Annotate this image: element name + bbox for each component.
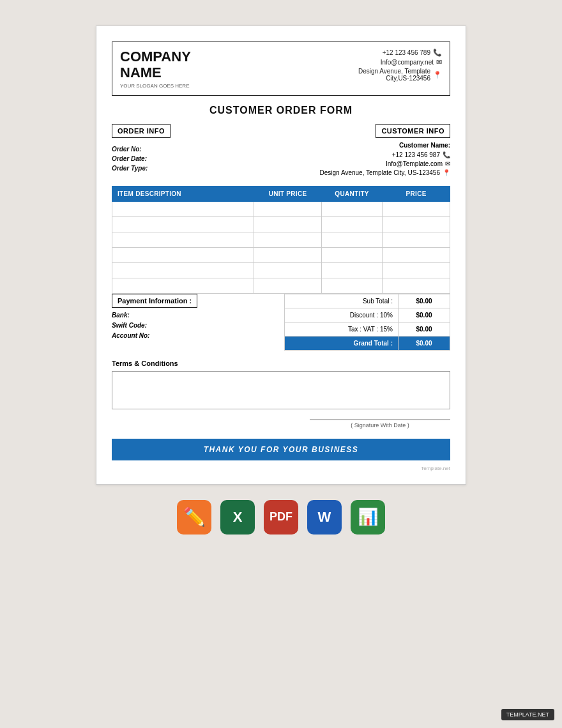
discount-label: Discount : 10% bbox=[285, 308, 399, 322]
form-title: CUSTOMER ORDER FORM bbox=[112, 105, 450, 116]
bank-label: Bank: bbox=[112, 312, 130, 319]
subtotal-label: Sub Total : bbox=[285, 294, 399, 308]
swift-label: Swift Code: bbox=[112, 322, 147, 329]
contact-info: +12 123 456 789 📞 Info@company.net ✉ Des… bbox=[358, 49, 442, 83]
phone-number: +12 123 456 789 bbox=[383, 49, 430, 56]
bottom-section: Payment Information : Bank: Swift Code: … bbox=[112, 294, 450, 351]
totals-section: Sub Total : $0.00 Discount : 10% $0.00 T… bbox=[284, 294, 450, 351]
bank-field: Bank: bbox=[112, 312, 278, 319]
address-line2: City,US-123456 bbox=[358, 75, 430, 82]
customer-info-header: CUSTOMER INFO bbox=[376, 124, 450, 138]
pdf-icon[interactable]: PDF bbox=[264, 500, 298, 535]
email-address: Info@company.net bbox=[381, 59, 434, 66]
order-info-section: ORDER INFO Order No: Order Date: Order T… bbox=[112, 124, 281, 178]
order-type-label: Order Type: bbox=[112, 165, 148, 172]
company-info: COMPANY NAME YOUR SLOGAN GOES HERE bbox=[120, 49, 191, 89]
order-no-field: Order No: bbox=[112, 146, 275, 153]
terms-title: Terms & Conditions bbox=[112, 360, 450, 367]
signature-label: ( Signature With Date ) bbox=[310, 422, 450, 428]
discount-row: Discount : 10% $0.00 bbox=[284, 308, 450, 322]
subtotal-value: $0.00 bbox=[399, 294, 450, 308]
customer-phone-icon: 📞 bbox=[443, 151, 450, 158]
col-header-unit-price: UNIT PRICE bbox=[254, 186, 322, 201]
header-section: COMPANY NAME YOUR SLOGAN GOES HERE +12 1… bbox=[112, 42, 450, 96]
contact-phone-row: +12 123 456 789 📞 bbox=[358, 49, 442, 57]
address-line1: Design Avenue, Template bbox=[358, 68, 430, 75]
account-field: Account No: bbox=[112, 332, 278, 339]
payment-section: Payment Information : Bank: Swift Code: … bbox=[112, 294, 284, 351]
discount-value: $0.00 bbox=[399, 308, 450, 322]
order-no-label: Order No: bbox=[112, 146, 142, 153]
col-header-description: ITEM DESCRIPTION bbox=[112, 186, 254, 201]
terms-box bbox=[112, 371, 450, 409]
customer-location-icon: 📍 bbox=[443, 169, 450, 176]
company-name: COMPANY NAME bbox=[120, 49, 191, 81]
table-row bbox=[112, 278, 450, 293]
order-type-field: Order Type: bbox=[112, 165, 275, 172]
customer-email-icon: ✉ bbox=[445, 160, 450, 167]
account-label: Account No: bbox=[112, 332, 149, 339]
signature-section: ( Signature With Date ) bbox=[112, 420, 450, 428]
items-table: ITEM DESCRIPTION UNIT PRICE QUANTITY PRI… bbox=[112, 186, 450, 294]
table-row bbox=[112, 262, 450, 278]
order-form: COMPANY NAME YOUR SLOGAN GOES HERE +12 1… bbox=[96, 26, 466, 485]
customer-name-label: Customer Name: bbox=[287, 142, 450, 149]
watermark: Template.net bbox=[112, 466, 450, 471]
tax-label: Tax : VAT : 15% bbox=[285, 322, 399, 336]
phone-icon: 📞 bbox=[433, 49, 442, 57]
col-header-quantity: QUANTITY bbox=[321, 186, 382, 201]
col-header-price: PRICE bbox=[383, 186, 450, 201]
signature-line bbox=[310, 420, 450, 420]
customer-email: Info@Template.com bbox=[386, 160, 443, 167]
terms-section: Terms & Conditions bbox=[112, 360, 450, 409]
info-sections: ORDER INFO Order No: Order Date: Order T… bbox=[112, 124, 450, 178]
customer-address: Design Avenue, Template City, US-123456 bbox=[320, 169, 440, 176]
tax-row: Tax : VAT : 15% $0.00 bbox=[284, 322, 450, 336]
customer-info-section: CUSTOMER INFO Customer Name: +12 123 456… bbox=[281, 124, 450, 178]
email-icon: ✉ bbox=[436, 58, 442, 66]
numbers-icon[interactable]: 📊 bbox=[351, 500, 385, 535]
pages-icon[interactable]: ✏️ bbox=[177, 500, 211, 535]
order-date-field: Order Date: bbox=[112, 155, 275, 162]
word-icon[interactable]: W bbox=[307, 500, 342, 535]
table-row bbox=[112, 232, 450, 247]
thank-you-banner: THANK YOU FOR YOUR BUSINESS bbox=[112, 439, 450, 460]
table-row bbox=[112, 216, 450, 232]
swift-field: Swift Code: bbox=[112, 322, 278, 329]
table-row bbox=[112, 247, 450, 262]
subtotal-row: Sub Total : $0.00 bbox=[284, 294, 450, 308]
grand-total-row: Grand Total : $0.00 bbox=[284, 336, 450, 351]
contact-address-row: Design Avenue, Template City,US-123456 📍 bbox=[358, 68, 442, 82]
payment-info-header: Payment Information : bbox=[112, 294, 197, 308]
customer-phone-row: +12 123 456 987 📞 bbox=[287, 151, 450, 158]
customer-phone: +12 123 456 987 bbox=[392, 151, 440, 158]
grand-total-label: Grand Total : bbox=[285, 337, 399, 350]
order-info-header: ORDER INFO bbox=[112, 124, 171, 138]
grand-total-value: $0.00 bbox=[399, 337, 450, 350]
template-badge: TEMPLATE.NET bbox=[501, 709, 554, 720]
location-icon: 📍 bbox=[433, 71, 442, 79]
excel-icon[interactable]: X bbox=[220, 500, 255, 535]
tax-value: $0.00 bbox=[399, 322, 450, 336]
app-icons-row: ✏️ X PDF W 📊 bbox=[177, 500, 385, 535]
company-slogan: YOUR SLOGAN GOES HERE bbox=[120, 83, 191, 89]
customer-address-row: Design Avenue, Template City, US-123456 … bbox=[287, 169, 450, 176]
table-row bbox=[112, 201, 450, 216]
order-date-label: Order Date: bbox=[112, 155, 147, 162]
customer-email-row: Info@Template.com ✉ bbox=[287, 160, 450, 167]
contact-email-row: Info@company.net ✉ bbox=[358, 58, 442, 66]
